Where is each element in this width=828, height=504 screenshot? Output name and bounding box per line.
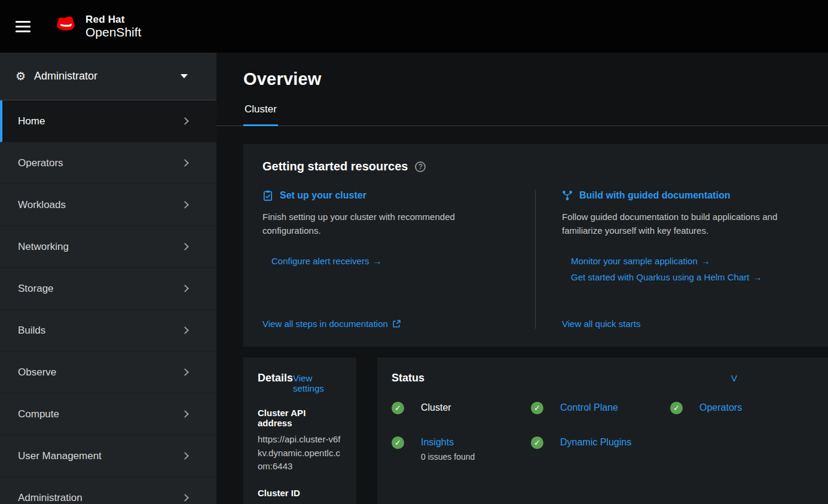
check-circle-icon: ✓ [392, 402, 404, 414]
status-item-cluster: ✓ Cluster [392, 402, 531, 414]
sidebar-item-operators[interactable]: Operators [0, 142, 216, 184]
view-all-steps-link[interactable]: View all steps in documentation [262, 319, 518, 329]
insights-issues-found: 0 issues found [421, 452, 475, 462]
sidebar-item-label: Compute [18, 408, 59, 420]
main-content: Overview Cluster Getting started resourc… [216, 53, 828, 504]
sidebar-item-workloads[interactable]: Workloads [0, 184, 216, 226]
chevron-right-icon [181, 159, 189, 167]
check-circle-icon: ✓ [531, 436, 543, 449]
cluster-api-address-value: https://api.cluster-v6fkv.dynamic.opentl… [258, 433, 342, 474]
setup-links: Configure alert receivers→ [262, 250, 518, 272]
link-label: Monitor your sample application [571, 256, 698, 266]
chevron-right-icon [181, 452, 189, 460]
dashboard-cards-row: Details View settings Cluster API addres… [243, 358, 828, 504]
clipboard-check-icon [262, 190, 273, 201]
sidebar-item-label: User Management [18, 450, 102, 462]
cluster-api-address-label: Cluster API address [258, 408, 342, 428]
guided-documentation-description: Follow guided documentation to build app… [562, 210, 815, 238]
sidebar-item-label: Storage [18, 283, 54, 295]
help-question-icon[interactable]: ? [415, 161, 426, 172]
sidebar-item-builds[interactable]: Builds [0, 310, 216, 352]
chevron-right-icon [181, 368, 189, 376]
guided-documentation-column: Build with guided documentation Follow g… [535, 190, 828, 329]
guided-links: Monitor your sample application→ Get sta… [562, 250, 815, 288]
view-all-quick-starts-link[interactable]: View all quick starts [562, 319, 815, 329]
brand-openshift-label: OpenShift [85, 25, 141, 39]
insights-link[interactable]: Insights [421, 437, 475, 448]
guided-documentation-label: Build with guided documentation [579, 190, 730, 201]
details-card-title: Details [258, 372, 293, 384]
check-circle-icon: ✓ [670, 402, 683, 414]
sidebar-item-user-management[interactable]: User Management [0, 435, 216, 477]
chevron-right-icon [181, 285, 189, 292]
sidebar-item-label: Home [18, 115, 45, 127]
sidebar-item-administration[interactable]: Administration [0, 477, 216, 504]
status-card-title: Status [392, 372, 424, 384]
monitor-sample-application-link[interactable]: Monitor your sample application→ [562, 256, 815, 266]
link-label: View all quick starts [562, 319, 640, 329]
details-card: Details View settings Cluster API addres… [243, 358, 356, 504]
chevron-right-icon [181, 117, 189, 125]
status-grid: ✓ Cluster ✓ Control Plane ✓ Operators ✓ [392, 402, 814, 462]
sidebar-item-label: Builds [18, 325, 45, 337]
sidebar-item-label: Operators [18, 157, 63, 169]
status-item-operators: ✓ Operators [670, 402, 814, 414]
perspective-label: Administrator [34, 70, 97, 83]
details-card-header: Details View settings [258, 372, 342, 393]
link-label: Get started with Quarkus using a Helm Ch… [571, 272, 749, 282]
sidebar-item-compute[interactable]: Compute [0, 393, 216, 435]
gear-icon: ⚙ [16, 69, 26, 83]
sidebar-item-storage[interactable]: Storage [0, 268, 216, 310]
arrow-right-icon: → [372, 256, 381, 266]
dynamic-plugins-link[interactable]: Dynamic Plugins [560, 437, 631, 448]
configure-alert-receivers-link[interactable]: Configure alert receivers→ [262, 256, 518, 266]
external-link-icon [393, 320, 401, 328]
check-circle-icon: ✓ [531, 402, 543, 414]
status-card-action-link-clipped[interactable]: V [731, 373, 737, 383]
link-label: View all steps in documentation [262, 319, 388, 329]
dashboard-content: Getting started resources ? Set up your … [216, 126, 828, 504]
guided-documentation-link[interactable]: Build with guided documentation [562, 190, 815, 201]
tab-bar: Cluster [216, 103, 828, 126]
chevron-right-icon [181, 243, 189, 251]
guided-route-icon [562, 190, 573, 201]
arrow-right-icon: → [701, 256, 710, 266]
setup-cluster-label: Set up your cluster [280, 190, 366, 201]
operators-link[interactable]: Operators [699, 402, 742, 413]
red-hat-icon [52, 16, 78, 36]
chevron-right-icon [181, 326, 189, 334]
insights-wrap: Insights 0 issues found [421, 437, 475, 462]
status-card: Status V ✓ Cluster ✓ Control Plane ✓ Ope… [377, 358, 828, 504]
chevron-right-icon [181, 494, 189, 502]
view-settings-link[interactable]: View settings [293, 373, 342, 393]
sidebar-item-home[interactable]: Home [0, 100, 216, 142]
brand-text: Red Hat OpenShift [85, 14, 141, 39]
setup-cluster-column: Set up your cluster Finish setting up yo… [258, 190, 535, 329]
sidebar-item-label: Administration [18, 492, 83, 504]
sidebar-item-observe[interactable]: Observe [0, 352, 216, 393]
getting-started-columns: Set up your cluster Finish setting up yo… [258, 190, 828, 329]
sidebar-item-label: Observe [18, 366, 56, 378]
sidebar-item-networking[interactable]: Networking [0, 226, 216, 268]
check-circle-icon: ✓ [392, 436, 404, 449]
status-item-insights: ✓ Insights 0 issues found [392, 437, 531, 462]
chevron-right-icon [181, 201, 189, 209]
arrow-right-icon: → [753, 272, 762, 282]
brand-logo[interactable]: Red Hat OpenShift [52, 14, 141, 39]
quarkus-helm-chart-link[interactable]: Get started with Quarkus using a Helm Ch… [562, 272, 815, 282]
hamburger-menu-icon[interactable] [16, 21, 30, 32]
masthead: Red Hat OpenShift [0, 0, 828, 53]
perspective-switcher[interactable]: ⚙ Administrator [0, 53, 216, 100]
getting-started-header: Getting started resources ? [258, 160, 828, 173]
control-plane-link[interactable]: Control Plane [560, 402, 618, 413]
sidebar-nav: ⚙ Administrator Home Operators Workloads… [0, 53, 216, 504]
setup-cluster-link[interactable]: Set up your cluster [262, 190, 518, 201]
getting-started-title: Getting started resources [262, 160, 408, 173]
status-item-dynamic-plugins: ✓ Dynamic Plugins [531, 437, 670, 462]
tab-cluster[interactable]: Cluster [243, 103, 278, 126]
caret-down-icon [181, 74, 188, 78]
page-title: Overview [243, 69, 828, 89]
status-item-control-plane: ✓ Control Plane [531, 402, 670, 414]
cluster-id-label: Cluster ID [258, 488, 342, 498]
sidebar-item-label: Networking [18, 241, 69, 253]
